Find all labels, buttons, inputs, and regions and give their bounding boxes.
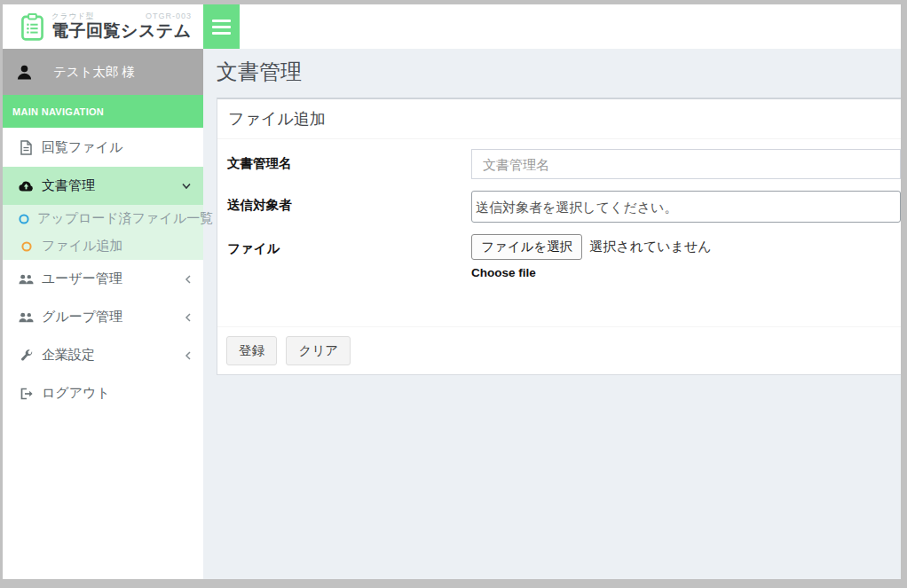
user-icon xyxy=(16,64,33,81)
chevron-left-icon xyxy=(185,350,192,361)
chevron-left-icon xyxy=(185,274,192,285)
chevron-down-icon xyxy=(181,182,192,190)
sidebar-item-label: ユーザー管理 xyxy=(42,270,122,287)
user-panel: テスト太郎 様 xyxy=(3,49,203,95)
sidebar-item-logout[interactable]: ログアウト xyxy=(3,374,203,412)
sidebar-item-document-management[interactable]: 文書管理 xyxy=(3,167,203,205)
sidebar-item-label: 回覧ファイル xyxy=(42,139,122,156)
file-hint-label: Choose file xyxy=(471,266,901,279)
sidebar-item-user-management[interactable]: ユーザー管理 xyxy=(3,260,203,298)
sidebar-nav: 回覧ファイル 文書管理 xyxy=(3,128,203,412)
file-text-icon xyxy=(19,140,34,155)
clipboard-logo-icon xyxy=(20,13,44,41)
sidebar: テスト太郎 様 MAIN NAVIGATION 回覧ファイル xyxy=(3,49,203,579)
sign-out-icon xyxy=(19,388,34,400)
sidebar-item-company-settings[interactable]: 企業設定 xyxy=(3,336,203,374)
brand-title: 電子回覧システム xyxy=(51,20,192,41)
sidebar-item-label: グループ管理 xyxy=(42,309,122,325)
sidebar-item-uploaded-file-list[interactable]: アップロード済ファイル一覧 xyxy=(3,205,203,232)
submit-button[interactable]: 登録 xyxy=(226,336,277,365)
file-add-panel: ファイル追加 文書管理名 送信対象者 ファイル xyxy=(217,98,901,375)
app-window: クラウド型 OTGR-003 電子回覧システム テスト太郎 様 MAIN NAV… xyxy=(3,4,901,579)
form-row-file: ファイル ファイルを選択 選択されていません Choose file xyxy=(227,234,901,279)
file-label: ファイル xyxy=(227,234,471,279)
form-row-doc-name: 文書管理名 xyxy=(227,149,901,179)
main-header: クラウド型 OTGR-003 電子回覧システム xyxy=(3,4,901,49)
cloud-upload-icon xyxy=(19,180,34,192)
sidebar-item-group-management[interactable]: グループ管理 xyxy=(3,298,203,336)
hamburger-icon xyxy=(212,20,231,22)
sidebar-toggle-button[interactable] xyxy=(203,4,240,49)
users-icon xyxy=(19,273,34,286)
file-select-button[interactable]: ファイルを選択 xyxy=(471,234,582,260)
sidebar-item-file-add[interactable]: ファイル追加 xyxy=(3,232,203,260)
nav-section-header: MAIN NAVIGATION xyxy=(3,95,203,128)
brand-type-label: クラウド型 xyxy=(51,12,94,20)
recipients-input[interactable] xyxy=(471,191,901,223)
brand-text: クラウド型 OTGR-003 電子回覧システム xyxy=(51,12,192,41)
page-title: 文書管理 xyxy=(217,57,887,86)
circle-outline-orange-icon xyxy=(19,241,34,252)
panel-body: 文書管理名 送信対象者 ファイル ファイルを選択 xyxy=(217,139,901,326)
content-area: 文書管理 ファイル追加 文書管理名 送信対象者 xyxy=(203,49,901,579)
circle-outline-blue-icon xyxy=(19,214,29,224)
sidebar-item-label: ログアウト xyxy=(42,385,110,402)
recipients-label: 送信対象者 xyxy=(227,191,471,223)
user-name: テスト太郎 様 xyxy=(53,64,135,81)
brand-logo[interactable]: クラウド型 OTGR-003 電子回覧システム xyxy=(3,4,203,49)
doc-name-label: 文書管理名 xyxy=(227,149,471,179)
chevron-left-icon xyxy=(185,312,192,323)
panel-header: ファイル追加 xyxy=(217,99,901,139)
form-row-recipients: 送信対象者 xyxy=(227,191,901,223)
panel-footer: 登録 クリア xyxy=(217,326,901,374)
brand-code-label: OTGR-003 xyxy=(146,12,192,20)
panel-title: ファイル追加 xyxy=(228,110,326,128)
users-icon xyxy=(19,311,34,324)
sidebar-item-label: 企業設定 xyxy=(42,347,95,364)
sidebar-submenu-document-management: アップロード済ファイル一覧 ファイル追加 xyxy=(3,205,203,260)
sidebar-item-label: ファイル追加 xyxy=(42,238,122,255)
content-header: 文書管理 xyxy=(203,49,901,86)
doc-name-input[interactable] xyxy=(471,149,901,179)
sidebar-item-label: アップロード済ファイル一覧 xyxy=(37,210,213,227)
sidebar-item-label: 文書管理 xyxy=(42,177,95,194)
wrench-icon xyxy=(19,349,34,362)
clear-button[interactable]: クリア xyxy=(286,336,351,365)
file-status-text: 選択されていません xyxy=(589,239,711,255)
sidebar-item-circulation-files[interactable]: 回覧ファイル xyxy=(3,128,203,167)
